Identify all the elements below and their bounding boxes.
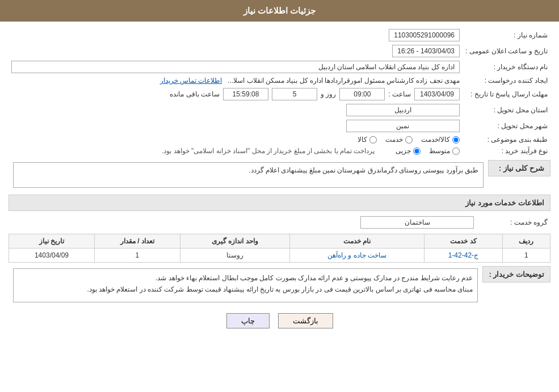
mohlet-days: 5 [272,88,317,100]
tabaqe-kala-khedmat-radio[interactable] [452,136,460,144]
sharh-section: شرح کلی نیاز : طبق برآورد پیوستی روستای … [9,160,550,190]
chap-button[interactable]: چاپ [226,313,270,328]
mohlet-date: 1403/04/09 [414,88,460,100]
col-code: کد خدمت [424,234,502,248]
ostan-label: استان محل تحویل : [463,102,550,118]
tabaqe-kala-radio[interactable] [369,136,377,144]
ejad-link[interactable]: اطلاعات تماس خریدار [160,77,222,85]
col-unit: واحد اندازه گیری [180,234,289,248]
cell-date: 1403/04/09 [9,248,95,263]
mohlet-remaining: 15:59:08 [223,88,268,100]
cell-count: 1 [94,248,180,263]
cell-radif: 1 [502,248,550,263]
noe-jozi-radio[interactable] [413,147,421,155]
mohlet-label: مهلت ارسال پاسخ تا تاریخ : [463,86,550,102]
nam-dastgah-value: اداره کل بنیاد مسکن انقلاب اسلامی استان … [9,59,463,75]
page-title: جزئیات اطلاعات نیاز [243,6,316,15]
cell-unit: روستا [180,248,289,263]
col-radif: ردیف [502,234,550,248]
noe-note: پرداخت تمام یا بخشی از مبلغ خریدار از مح… [162,147,375,155]
goroh-value: ساختمان [9,214,477,230]
page-header: جزئیات اطلاعات نیاز [0,0,559,22]
noe-jozi-item: جزیی [396,147,421,155]
col-name: نام خدمت [289,234,424,248]
services-header: اطلاعات خدمات مورد نیاز [9,195,550,211]
services-table: ردیف کد خدمت نام خدمت واحد اندازه گیری ت… [9,234,550,263]
noe-row: متوسط جزیی پرداخت تمام یا بخشی از مبلغ خ… [9,145,463,157]
noe-mottaset-item: متوسط [429,147,460,155]
tosihات-section: توضیحات خریدار : عدم رعایت شرایط مندرج د… [9,266,550,305]
table-row: 1 ج-42-42-1 ساخت جاده و راه‌آهن روستا 1 … [9,248,550,263]
tabaqe-kala-item: کالا [358,136,377,144]
tabaqe-khedmat-radio[interactable] [405,136,413,144]
ejad-label: ایجاد کننده درخواست : [463,75,550,86]
shahr-value: نمین [9,118,463,134]
button-bar: بازگشت چاپ [9,313,550,328]
main-content: شماره نیاز : 1103005291000096 تاریخ و سا… [0,22,559,340]
cell-code: ج-42-42-1 [424,248,502,263]
tabaqe-kala-khedmat-item: کالا/خدمت [421,136,460,144]
bazgasht-button[interactable]: بازگشت [278,313,333,328]
cell-name: ساخت جاده و راه‌آهن [289,248,424,263]
tarikh-value: 1403/04/03 - 16:26 [31,43,463,59]
shmare-niyaz-label: شماره نیاز : [463,27,550,43]
sharh-label: شرح کلی نیاز : [499,164,544,172]
shahr-label: شهر محل تحویل : [463,118,550,134]
nam-dastgah-label: نام دستگاه خریدار : [463,59,550,75]
goroh-label: گروه خدمت : [477,214,550,230]
mohlet-time: 09:00 [339,88,385,100]
tabaqe-khedmat-item: خدمت [385,136,413,144]
sharh-value: طبق برآورد پیوستی روستای دگرماندرق شهرست… [13,162,484,188]
tabaqe-label: طبقه بندی موضوعی : [463,134,550,145]
ejad-value: مهدی نجف زاده کارشناس مسئول امورقرارداده… [9,75,463,86]
noe-label: نوع فرآیند خرید : [463,145,550,157]
goroh-row: گروه خدمت : ساختمان [9,214,550,230]
page-container: جزئیات اطلاعات نیاز شماره نیاز : 1103005… [0,0,559,392]
col-date: تاریخ نیاز [9,234,95,248]
shmare-row: شماره نیاز : 1103005291000096 تاریخ و سا… [9,27,550,157]
tosihات-label: توضیحات خریدار : [489,270,544,279]
tabaqe-row: کالا/خدمت خدمت کالا [9,134,463,145]
noe-mottaset-radio[interactable] [452,147,460,155]
mohlet-row: 1403/04/09 ساعت : 09:00 روز و 5 15:59:08… [9,86,463,102]
ostan-value: اردبیل [9,102,463,118]
shmare-niyaz-value: 1103005291000096 [31,27,463,43]
tarikh-label: تاریخ و ساعت اعلان عمومی : [463,43,550,59]
col-count: تعداد / مقدار [94,234,180,248]
tosihات-value: عدم رعایت شرایط مندرج در مدارک پیوستی و … [13,268,478,302]
